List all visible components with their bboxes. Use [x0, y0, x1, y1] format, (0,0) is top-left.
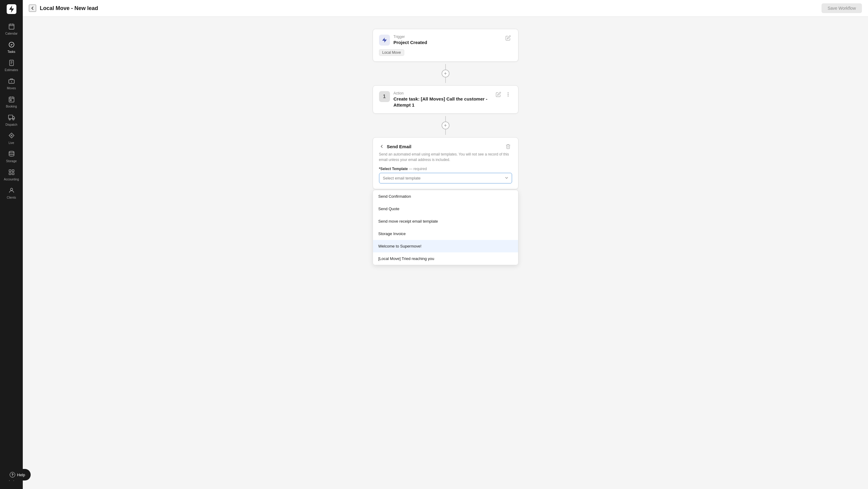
svg-point-28: [10, 188, 12, 190]
sidebar-item-label: Calendar: [5, 32, 18, 35]
sidebar-item-estimates[interactable]: Estimates: [0, 57, 23, 75]
trigger-type-label: Trigger: [394, 35, 427, 39]
trigger-card-actions: [504, 35, 512, 41]
app-logo: [5, 3, 18, 15]
add-connector-1: +: [442, 62, 450, 85]
send-email-title-row: Send Email: [379, 144, 411, 149]
action-more-button[interactable]: [504, 91, 512, 98]
sidebar-item-label: Estimates: [5, 68, 18, 72]
template-dropdown-menu: Send Confirmation Send Quote Send move r…: [373, 190, 519, 265]
svg-rect-17: [10, 100, 11, 101]
sidebar-item-calendar[interactable]: Calendar: [0, 20, 23, 38]
dropdown-item-storage-invoice[interactable]: Storage Invoice: [373, 227, 518, 240]
action-card-left: 1 Action Create task: [All Moves] Call t…: [379, 91, 494, 108]
sidebar-item-label: Accounting: [4, 178, 19, 181]
sidebar-item-tasks[interactable]: Tasks: [0, 38, 23, 57]
dispatch-icon: [8, 114, 15, 122]
sidebar: Calendar Tasks Estimates Moves: [0, 0, 23, 489]
dropdown-item-local-move-tried[interactable]: [Local Move] Tried reaching you: [373, 252, 518, 265]
required-text: — required: [409, 167, 427, 171]
sidebar-item-label: Moves: [7, 87, 16, 90]
accounting-icon: [8, 169, 15, 177]
svg-rect-27: [12, 173, 14, 175]
storage-icon: [8, 151, 15, 158]
sidebar-item-storage[interactable]: Storage: [0, 148, 23, 166]
template-select-wrapper: [379, 173, 512, 183]
svg-rect-24: [9, 170, 11, 172]
calendar-icon: [8, 23, 15, 31]
svg-point-31: [508, 93, 508, 93]
help-label: Help: [17, 472, 25, 477]
trigger-card-header: Trigger Project Created: [379, 35, 512, 45]
send-email-card: Send Email Send an automated email using…: [373, 137, 519, 189]
template-select-input[interactable]: [379, 173, 512, 183]
add-node-button-2[interactable]: +: [442, 121, 450, 129]
sidebar-item-label: Tasks: [8, 50, 16, 54]
action-card: 1 Action Create task: [All Moves] Call t…: [373, 85, 519, 114]
select-label-text: *Select Template: [379, 167, 408, 171]
sidebar-item-label: Live: [8, 141, 14, 145]
sidebar-item-dispatch[interactable]: Dispatch: [0, 111, 23, 129]
send-email-header: Send Email: [379, 143, 512, 150]
trigger-edit-button[interactable]: [504, 35, 512, 41]
svg-point-22: [11, 135, 12, 136]
back-button[interactable]: [29, 5, 36, 12]
connector-line: [445, 64, 446, 69]
help-icon: ?: [10, 472, 15, 478]
svg-point-32: [508, 94, 508, 95]
connector-line: [445, 129, 446, 135]
action-card-actions: [494, 91, 512, 98]
sidebar-item-clients[interactable]: Clients: [0, 184, 23, 202]
trigger-title: Project Created: [394, 39, 427, 45]
topbar: Local Move - New lead Save Workflow: [23, 0, 868, 17]
add-connector-2: +: [442, 114, 450, 137]
sidebar-item-accounting[interactable]: Accounting: [0, 166, 23, 184]
trigger-icon-wrap: [379, 35, 390, 45]
dropdown-item-welcome-supermove[interactable]: Welcome to Supermove!: [373, 240, 518, 252]
trigger-card: Trigger Project Created Local Move: [373, 29, 519, 62]
save-workflow-button[interactable]: Save Workflow: [822, 3, 862, 13]
send-email-back-button[interactable]: [379, 144, 384, 149]
send-email-delete-button[interactable]: [504, 143, 512, 150]
live-icon: [8, 132, 15, 140]
main-content: Local Move - New lead Save Workflow Trig…: [23, 0, 868, 489]
select-template-label: *Select Template — required: [379, 167, 512, 171]
workflow-canvas: Trigger Project Created Local Move: [23, 17, 868, 489]
svg-point-23: [9, 151, 14, 153]
sidebar-item-label: Storage: [6, 159, 17, 163]
dropdown-item-send-confirmation[interactable]: Send Confirmation: [373, 190, 518, 203]
svg-rect-13: [9, 97, 14, 102]
action-edit-button[interactable]: [494, 91, 502, 98]
connector-line: [445, 78, 446, 83]
booking-icon: [8, 96, 15, 103]
sidebar-item-booking[interactable]: Booking: [0, 93, 23, 111]
svg-rect-26: [9, 173, 11, 175]
svg-point-33: [508, 96, 508, 96]
dropdown-item-send-move-receipt[interactable]: Send move receipt email template: [373, 215, 518, 227]
estimates-icon: [8, 60, 15, 67]
trigger-label-group: Trigger Project Created: [394, 35, 427, 45]
sidebar-item-live[interactable]: Live: [0, 129, 23, 148]
dropdown-item-send-quote[interactable]: Send Quote: [373, 203, 518, 215]
svg-rect-2: [9, 24, 14, 29]
send-email-description: Send an automated email using email temp…: [379, 152, 512, 162]
sidebar-item-moves[interactable]: Moves: [0, 75, 23, 93]
svg-rect-7: [9, 60, 13, 66]
moves-icon: [8, 78, 15, 85]
help-button[interactable]: ? Help: [4, 469, 31, 481]
svg-marker-30: [382, 38, 386, 43]
action-card-header: 1 Action Create task: [All Moves] Call t…: [379, 91, 512, 108]
connector-line: [445, 116, 446, 121]
svg-point-21: [12, 119, 14, 120]
send-email-title: Send Email: [387, 144, 411, 149]
sidebar-item-label: Clients: [7, 196, 16, 199]
tasks-icon: [8, 41, 15, 49]
add-node-button-1[interactable]: +: [442, 69, 450, 78]
trigger-card-left: Trigger Project Created: [379, 35, 427, 45]
sidebar-item-label: Booking: [6, 105, 17, 108]
svg-point-20: [9, 119, 10, 120]
trigger-tag: Local Move: [379, 49, 404, 56]
action-title: Create task: [All Moves] Call the custom…: [394, 96, 494, 108]
svg-marker-19: [12, 116, 14, 118]
action-label-group: Action Create task: [All Moves] Call the…: [394, 91, 494, 108]
